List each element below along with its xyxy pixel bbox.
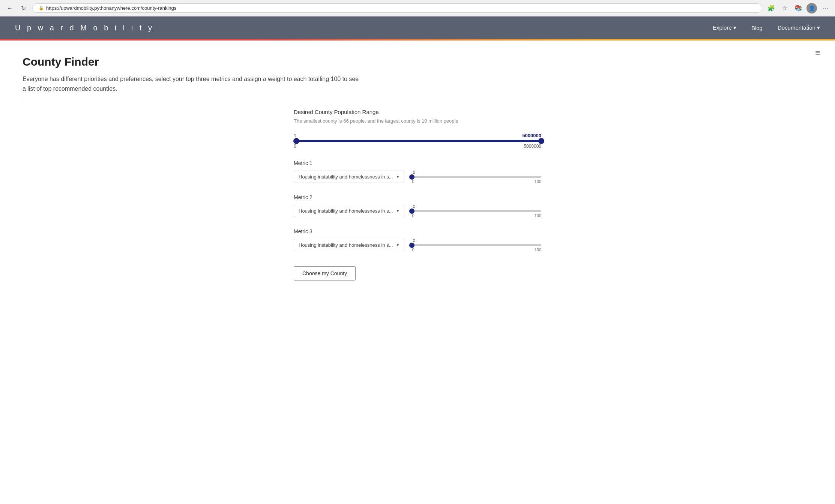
choose-county-button[interactable]: Choose my County [294,266,356,280]
browser-actions: 🧩 ☆ 📚 👤 ⋯ [766,3,830,14]
browser-action-menu[interactable]: ⋯ [820,3,830,14]
metric-2-weight-value: 0 [412,204,541,209]
navbar: U p w a r d M o b i l i t y Explore ▾ Bl… [0,16,835,39]
metric-2-dropdown-text: Housing instability and homelessness in … [299,208,393,214]
metric-2-section: Metric 2 Housing instability and homeles… [294,194,541,218]
metric-3-label: Metric 3 [294,228,541,234]
metric-2-weight-container: 0 0 100 [412,204,541,218]
metric-3-weight-thumb[interactable] [409,243,414,248]
metric-3-section: Metric 3 Housing instability and homeles… [294,228,541,252]
range-max-thumb[interactable] [538,138,544,144]
form-area: Desired County Population Range The smal… [286,109,549,280]
metric-1-weight-value: 0 [412,170,541,175]
browser-chrome: ← ↻ 🔒 https://upwardmobility.pythonanywh… [0,0,835,16]
range-values-top: 1 5000000 [294,133,541,138]
metric-2-weight-track [412,210,541,212]
range-max-label: 5000000 [524,144,541,149]
metric-1-section: Metric 1 Housing instability and homeles… [294,160,541,184]
range-min-value: 1 [294,133,296,138]
url-text: https://upwardmobility.pythonanywhere.co… [46,5,176,11]
metric-1-dropdown-arrow: ▼ [396,175,399,179]
browser-nav-buttons: ← ↻ [5,3,29,14]
metric-2-dropdown-arrow: ▼ [396,209,399,213]
metric-3-weight-labels: 0 100 [412,248,541,252]
metric-3-dropdown-text: Housing instability and homelessness in … [299,242,393,248]
browser-action-star[interactable]: ☆ [779,3,790,14]
metric-1-weight-thumb[interactable] [409,174,414,180]
page-title: County Finder [23,56,812,68]
population-range-container: 1 5000000 0 5000000 [294,133,541,149]
metric-3-weight-track [412,244,541,246]
metric-1-row: Housing instability and homelessness in … [294,170,541,184]
metric-3-weight-max: 100 [535,248,541,252]
profile-icon[interactable]: 👤 [806,3,817,14]
metric-2-row: Housing instability and homelessness in … [294,204,541,218]
metric-1-weight-track [412,176,541,178]
metric-1-weight-labels: 0 100 [412,179,541,184]
metric-2-label: Metric 2 [294,194,541,200]
page-description: Everyone has different priorities and pr… [23,74,360,93]
navbar-link-documentation[interactable]: Documentation ▾ [778,24,820,31]
metric-1-weight-max: 100 [535,179,541,184]
population-range-hint: The smallest county is 66 people, and th… [294,118,541,124]
refresh-button[interactable]: ↻ [18,3,29,14]
navbar-link-explore[interactable]: Explore ▾ [713,24,736,31]
navbar-brand[interactable]: U p w a r d M o b i l i t y [15,24,154,32]
browser-action-extensions[interactable]: 🧩 [766,3,776,14]
metric-3-row: Housing instability and homelessness in … [294,238,541,252]
range-min-label: 0 [294,144,296,149]
metric-1-dropdown-text: Housing instability and homelessness in … [299,174,393,180]
metric-3-weight-min: 0 [412,248,414,252]
metric-1-dropdown[interactable]: Housing instability and homelessness in … [294,171,404,183]
metric-2-weight-min: 0 [412,213,414,218]
hamburger-menu-icon[interactable]: ≡ [815,48,820,58]
range-min-thumb[interactable] [293,138,299,144]
range-fill [296,140,544,142]
metric-3-weight-value: 0 [412,238,541,243]
metric-3-dropdown-arrow: ▼ [396,243,399,247]
range-max-value: 5000000 [522,133,541,138]
range-labels: 0 5000000 [294,144,541,149]
metric-1-weight-min: 0 [412,179,414,184]
navbar-link-blog[interactable]: Blog [751,25,763,31]
metric-2-weight-thumb[interactable] [409,208,414,214]
metric-2-dropdown[interactable]: Housing instability and homelessness in … [294,205,404,217]
content-divider [23,101,812,101]
range-track [294,140,541,142]
navbar-links: Explore ▾ Blog Documentation ▾ [713,24,820,31]
metric-1-weight-container: 0 0 100 [412,170,541,184]
page-content: County Finder Everyone has different pri… [0,40,835,303]
address-bar[interactable]: 🔒 https://upwardmobility.pythonanywhere.… [32,3,762,13]
metric-2-weight-labels: 0 100 [412,213,541,218]
metric-3-dropdown[interactable]: Housing instability and homelessness in … [294,239,404,251]
metric-1-label: Metric 1 [294,160,541,166]
metric-2-weight-max: 100 [535,213,541,218]
lock-icon: 🔒 [39,6,44,10]
back-button[interactable]: ← [5,3,15,14]
population-range-label: Desired County Population Range [294,109,541,115]
metric-3-weight-container: 0 0 100 [412,238,541,252]
browser-action-collections[interactable]: 📚 [793,3,803,14]
